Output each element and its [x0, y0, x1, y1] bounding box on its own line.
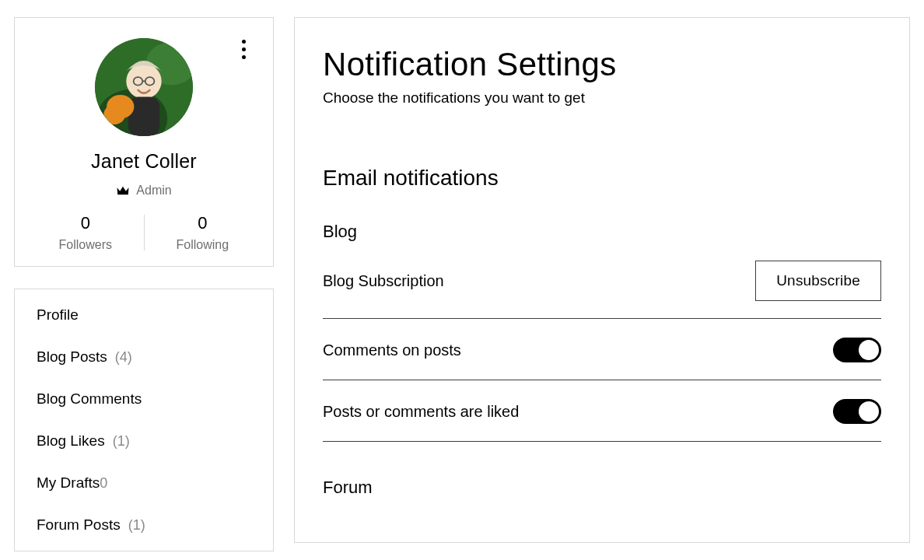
nav-count: (4) [115, 349, 132, 366]
followers-count: 0 [81, 213, 90, 233]
profile-card: Janet Coller Admin 0 Followers 0 Followi… [14, 17, 274, 267]
group-forum: Forum [323, 478, 881, 498]
group-blog: Blog [323, 222, 881, 242]
nav-label: My Drafts [37, 474, 100, 492]
nav-count: (1) [113, 433, 130, 450]
nav-label: Blog Posts [37, 348, 107, 366]
nav-item-blog-comments[interactable]: Blog Comments [15, 378, 273, 420]
more-menu-button[interactable] [234, 35, 253, 63]
nav-list: Profile Blog Posts (4) Blog Comments Blo… [14, 289, 274, 551]
label-blog-subscription: Blog Subscription [323, 272, 444, 290]
avatar[interactable] [95, 38, 193, 136]
page-title: Notification Settings [323, 46, 881, 83]
nav-label: Blog Likes [37, 432, 105, 450]
nav-item-blog-posts[interactable]: Blog Posts (4) [15, 336, 273, 378]
unsubscribe-button[interactable]: Unsubscribe [755, 261, 881, 301]
nav-item-profile[interactable]: Profile [15, 294, 273, 336]
nav-label: Forum Posts [37, 516, 121, 534]
profile-name: Janet Coller [91, 150, 197, 173]
nav-label: Profile [37, 306, 79, 324]
page-subtitle: Choose the notifications you want to get [323, 89, 881, 107]
following-stat[interactable]: 0 Following [145, 213, 261, 252]
followers-stat[interactable]: 0 Followers [27, 213, 144, 252]
sidebar: Janet Coller Admin 0 Followers 0 Followi… [14, 17, 274, 543]
nav-label: Blog Comments [37, 390, 142, 408]
following-count: 0 [198, 213, 207, 233]
row-posts-liked: Posts or comments are liked [323, 380, 881, 442]
main-panel: Notification Settings Choose the notific… [294, 17, 910, 543]
toggle-posts-liked[interactable] [833, 399, 881, 424]
followers-label: Followers [59, 238, 112, 252]
nav-item-my-drafts[interactable]: My Drafts0 [15, 462, 273, 504]
svg-point-10 [103, 105, 125, 124]
nav-count: (1) [128, 517, 145, 534]
role-label: Admin [136, 184, 171, 198]
nav-item-blog-likes[interactable]: Blog Likes (1) [15, 420, 273, 462]
following-label: Following [176, 238, 229, 252]
label-posts-liked: Posts or comments are liked [323, 403, 519, 421]
role-badge: Admin [116, 184, 171, 198]
section-email-notifications: Email notifications [323, 166, 881, 191]
toggle-comments-on-posts[interactable] [833, 338, 881, 362]
nav-item-forum-posts[interactable]: Forum Posts (1) [15, 504, 273, 546]
avatar-image [95, 38, 193, 136]
row-blog-subscription: Blog Subscription Unsubscribe [323, 242, 881, 319]
label-comments-on-posts: Comments on posts [323, 341, 461, 359]
nav-count: 0 [100, 475, 107, 492]
profile-stats: 0 Followers 0 Following [27, 213, 261, 252]
row-comments-on-posts: Comments on posts [323, 319, 881, 380]
crown-icon [116, 185, 130, 196]
